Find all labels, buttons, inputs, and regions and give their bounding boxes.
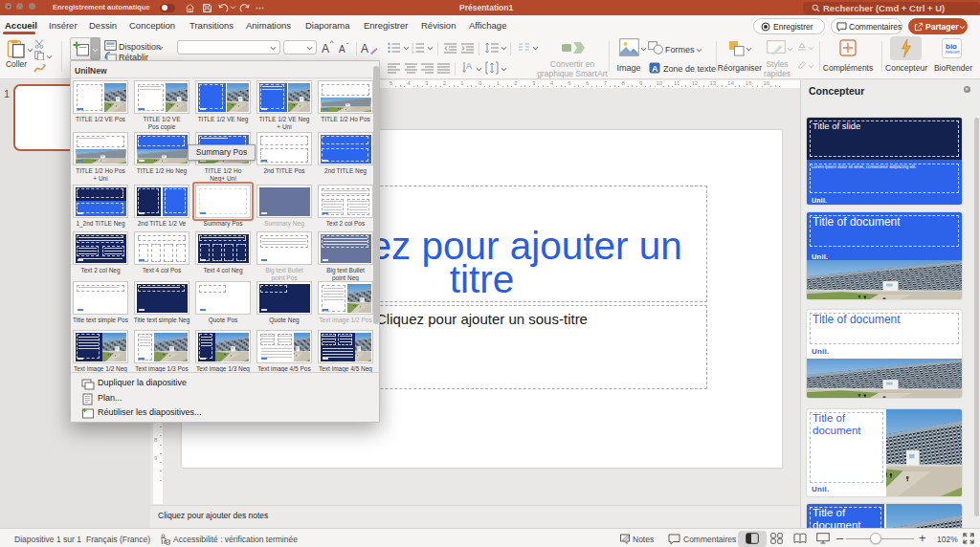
svg-text:3: 3 (412, 50, 414, 55)
svg-text:A: A (466, 61, 472, 71)
svg-text:A: A (652, 64, 658, 74)
